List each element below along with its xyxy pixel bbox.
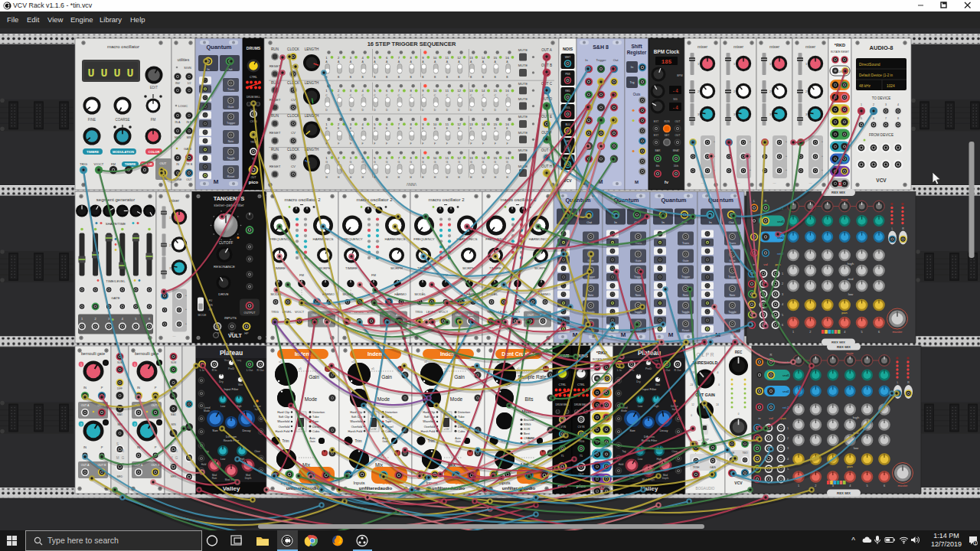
- svg-text:2: 2: [787, 437, 789, 440]
- svg-text:U: U: [100, 67, 107, 80]
- svg-text:steiner–parker filter: steiner–parker filter: [214, 204, 244, 207]
- svg-text:DRUM BELL: DRUM BELL: [247, 96, 260, 99]
- svg-text:Distortion: Distortion: [458, 411, 470, 414]
- svg-text:FU: FU: [209, 299, 213, 302]
- svg-text:REC: REC: [735, 350, 743, 354]
- svg-text:TR B: TR B: [186, 163, 193, 166]
- svg-text:U: U: [87, 67, 94, 80]
- svg-text:+/-5V: +/-5V: [444, 428, 449, 431]
- svg-text:IN A: IN A: [175, 121, 181, 124]
- svg-text:Trans: Trans: [682, 242, 689, 245]
- svg-text:1: 1: [792, 331, 794, 334]
- svg-text:F: F: [482, 142, 484, 145]
- svg-text:Mode: Mode: [305, 396, 318, 402]
- svg-text:BPM: BPM: [677, 74, 683, 77]
- svg-text:LENGTH: LENGTH: [305, 114, 319, 118]
- svg-text:x5: x5: [299, 367, 302, 370]
- svg-text:LENGTH: LENGTH: [305, 81, 319, 85]
- svg-text:vol: vol: [763, 262, 767, 266]
- svg-text:F: F: [470, 142, 472, 145]
- svg-text:Distortion: Distortion: [385, 411, 397, 414]
- svg-text:OUTPUT: OUTPUT: [244, 311, 256, 315]
- svg-text:F: F: [495, 142, 496, 145]
- svg-text:7: 7: [885, 117, 887, 120]
- svg-text:Trg: Trg: [630, 80, 635, 84]
- svg-text:TWO: TWO: [743, 452, 749, 455]
- svg-text:16th: 16th: [674, 165, 679, 168]
- svg-text:G: G: [175, 456, 178, 460]
- svg-text:Trigger: Trigger: [227, 122, 236, 125]
- svg-text:11: 11: [446, 156, 449, 160]
- svg-text:OUT: OUT: [528, 314, 534, 317]
- svg-text:PreD: PreD: [645, 367, 652, 370]
- svg-text:SUM: SUM: [171, 361, 176, 364]
- svg-text:OUT: OUT: [160, 161, 167, 165]
- svg-text:R: R: [770, 353, 773, 357]
- svg-text:Inputs: Inputs: [354, 481, 365, 485]
- svg-text:HARMONICS: HARMONICS: [529, 237, 550, 241]
- svg-text:IN: IN: [176, 163, 179, 166]
- svg-text:Trans: Trans: [227, 88, 234, 91]
- svg-text:Quantum: Quantum: [207, 44, 232, 51]
- svg-text:Ω: Ω: [838, 181, 842, 187]
- svg-text:COARSE: COARSE: [115, 118, 129, 122]
- svg-text:F: F: [506, 142, 508, 145]
- svg-text:FROM DEVICE: FROM DEVICE: [869, 133, 893, 137]
- svg-text:G: G: [482, 161, 485, 164]
- svg-text:DIFF: DIFF: [117, 387, 122, 390]
- svg-text:6: 6: [782, 324, 783, 327]
- svg-text:HARMONICS: HARMONICS: [385, 237, 406, 241]
- svg-text:Reset: Reset: [682, 329, 689, 332]
- svg-text:—: —: [173, 334, 176, 337]
- svg-text:Long: Long: [237, 359, 242, 362]
- svg-text:R: R: [907, 381, 910, 384]
- svg-text:master: master: [893, 330, 903, 334]
- svg-text:OUT A: OUT A: [81, 404, 90, 407]
- svg-text:MUTE: MUTE: [518, 115, 528, 119]
- svg-text:Size: Size: [212, 429, 217, 432]
- svg-text:Trigger: Trigger: [596, 58, 606, 62]
- svg-text:MUTE: MUTE: [518, 148, 528, 152]
- svg-text:Mode: Mode: [450, 396, 463, 402]
- svg-text:1: 1: [81, 318, 83, 321]
- svg-text:TRIG: TRIG: [80, 162, 87, 166]
- svg-text:PreD: PreD: [228, 367, 235, 370]
- svg-text:Note: Note: [683, 294, 689, 297]
- svg-text:5: 5: [782, 314, 783, 317]
- svg-text:Trim: Trim: [354, 439, 361, 443]
- svg-text:P: P: [101, 386, 103, 390]
- svg-text:5: 5: [867, 484, 868, 487]
- svg-text:Depth: Depth: [662, 477, 669, 480]
- svg-text:M: M: [214, 178, 219, 185]
- svg-text:MUTE: MUTE: [518, 97, 528, 101]
- svg-text:Tag: Tag: [622, 450, 626, 453]
- svg-text:Distortion: Distortion: [312, 411, 325, 414]
- svg-text:10: 10: [433, 156, 437, 160]
- svg-text:Default Device (1-2 in: Default Device (1-2 in: [859, 73, 893, 77]
- svg-text:EXT: EXT: [654, 134, 658, 137]
- svg-text:1: 1: [974, 541, 976, 546]
- svg-text:4: 4: [897, 103, 899, 106]
- svg-text:5: 5: [861, 117, 862, 120]
- svg-text:Harsh Fold: Harsh Fold: [420, 430, 435, 433]
- svg-text:F: F: [422, 142, 423, 145]
- svg-text:10: 10: [433, 56, 437, 60]
- svg-text:MAX: MAX: [117, 413, 123, 416]
- svg-text:R Out: R Out: [257, 369, 264, 372]
- svg-text:Short: Short: [224, 359, 230, 362]
- svg-text:Rate: Rate: [212, 477, 217, 480]
- svg-text:S&H 8: S&H 8: [593, 44, 609, 50]
- svg-text:Hard Clip: Hard Clip: [277, 411, 289, 414]
- svg-text:RESONANCE: RESONANCE: [214, 265, 235, 269]
- svg-text:15: 15: [493, 89, 497, 93]
- svg-text:S: S: [170, 463, 172, 467]
- svg-text:M: M: [668, 331, 674, 338]
- svg-text:Trim: Trim: [282, 439, 289, 443]
- svg-text:RESET: RESET: [270, 64, 281, 68]
- svg-text:1/2: 1/2: [188, 82, 191, 85]
- svg-text:Dry: Dry: [636, 380, 641, 383]
- svg-text:Mode: Mode: [204, 409, 210, 412]
- svg-text:Low: Low: [220, 458, 226, 461]
- svg-text:1024: 1024: [887, 84, 895, 88]
- svg-text:5: 5: [135, 318, 136, 321]
